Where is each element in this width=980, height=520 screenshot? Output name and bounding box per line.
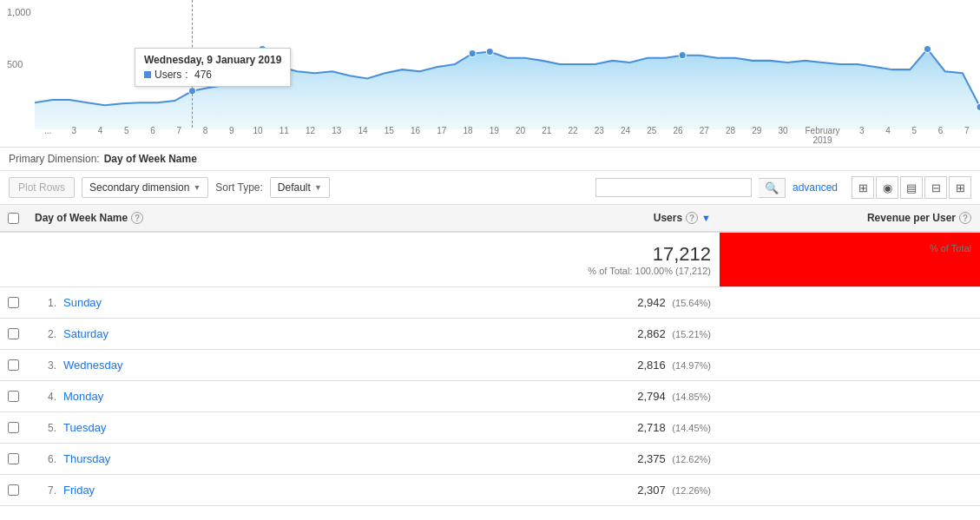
x-label: 17	[429, 126, 455, 145]
row-name-link[interactable]: Tuesday	[56, 421, 106, 434]
row-users-pct: (14.85%)	[672, 392, 711, 402]
row-users-value: 2,862	[637, 327, 666, 340]
row-checkbox[interactable]	[8, 297, 19, 308]
row-users-value: 2,794	[637, 390, 666, 403]
row-users-col: 2,816 (14.97%)	[451, 350, 720, 380]
x-label: 26	[665, 126, 691, 145]
pivot-view-button[interactable]: ⊟	[924, 176, 947, 199]
search-button[interactable]: 🔍	[759, 178, 786, 198]
advanced-link[interactable]: advanced	[793, 181, 838, 194]
primary-dimension-value: Day of Week Name	[104, 153, 197, 165]
col-name-label: Day of Week Name	[35, 212, 128, 224]
row-name-link[interactable]: Friday	[56, 484, 95, 497]
x-label: 19	[481, 126, 507, 145]
row-users-pct: (14.97%)	[672, 360, 711, 371]
table-section: Day of Week Name ? Users ? ▼ Revenue per…	[0, 205, 980, 506]
x-label: 24	[613, 126, 639, 145]
pie-view-button[interactable]: ◉	[876, 176, 898, 199]
grid-view-button[interactable]: ⊞	[852, 176, 874, 199]
row-name-link[interactable]: Wednesday	[56, 359, 122, 372]
row-name-col: 7. Friday	[26, 475, 451, 505]
table-row: 2. Saturday 2,862 (15.21%)	[0, 319, 980, 350]
row-users-value: 2,307	[637, 484, 666, 497]
x-label: 27	[691, 126, 717, 145]
col-users-label: Users	[654, 212, 682, 224]
row-checkbox[interactable]	[8, 453, 19, 464]
row-number: 2.	[35, 328, 56, 340]
row-checkbox-col	[0, 319, 26, 348]
row-name-col: 4. Monday	[26, 381, 451, 411]
view-icons: ⊞ ◉ ▤ ⊟ ⊞	[852, 176, 971, 199]
svg-point-3	[469, 50, 476, 57]
search-input[interactable]	[595, 178, 752, 197]
x-label: 5	[114, 126, 140, 145]
primary-dimension-label: Primary Dimension:	[9, 153, 100, 165]
x-label: 20	[508, 126, 534, 145]
row-number: 6.	[35, 453, 56, 465]
x-label: 12	[298, 126, 324, 145]
row-name-link[interactable]: Sunday	[56, 296, 102, 309]
col-revenue-label: Revenue per User	[867, 212, 956, 224]
name-info-icon[interactable]: ?	[131, 212, 143, 224]
row-checkbox[interactable]	[8, 391, 19, 402]
chevron-down-icon: ▼	[193, 183, 201, 192]
users-info-icon[interactable]: ?	[686, 212, 698, 224]
sort-type-dropdown[interactable]: Default ▼	[270, 177, 330, 198]
secondary-dimension-dropdown[interactable]: Secondary dimension ▼	[82, 177, 208, 198]
row-checkbox-col	[0, 413, 26, 442]
row-checkbox-col	[0, 351, 26, 379]
x-label: 16	[403, 126, 429, 145]
header-checkbox-col	[0, 206, 26, 231]
row-name-col: 6. Thursday	[26, 444, 451, 474]
bar-view-button[interactable]: ▤	[900, 176, 923, 199]
x-label: 22	[560, 126, 586, 145]
table-row: 3. Wednesday 2,816 (14.97%)	[0, 350, 980, 381]
row-users-col: 2,375 (12.62%)	[451, 444, 720, 474]
chart-x-labels: ... 3 4 5 6 7 8 9 10 11 12 13 14 15 16 1…	[35, 126, 980, 145]
secondary-dimension-label: Secondary dimension	[89, 181, 189, 194]
row-users-value: 2,718	[637, 421, 666, 434]
table-row: 7. Friday 2,307 (12.26%)	[0, 475, 980, 506]
row-users-pct: (12.26%)	[672, 485, 711, 496]
revenue-info-icon[interactable]: ?	[959, 212, 971, 224]
table-header: Day of Week Name ? Users ? ▼ Revenue per…	[0, 205, 980, 233]
sort-arrow-icon: ▼	[701, 213, 711, 223]
row-name-link[interactable]: Monday	[56, 390, 103, 403]
chart-tooltip: Wednesday, 9 January 2019 Users: 476	[135, 48, 291, 87]
row-users-col: 2,307 (12.26%)	[451, 475, 720, 505]
plot-rows-button[interactable]: Plot Rows	[9, 177, 75, 198]
row-checkbox[interactable]	[8, 422, 19, 433]
row-name-link[interactable]: Thursday	[56, 452, 110, 465]
row-number: 1.	[35, 297, 56, 309]
row-name-link[interactable]: Saturday	[56, 327, 109, 340]
table-row: 1. Sunday 2,942 (15.64%)	[0, 287, 980, 319]
totals-users-value: 17,212	[459, 243, 711, 266]
row-users-pct: (12.62%)	[672, 454, 711, 464]
x-label: 15	[376, 126, 402, 145]
y-label-500: 500	[7, 59, 23, 69]
x-label: 6	[928, 126, 954, 145]
row-checkbox[interactable]	[8, 484, 19, 496]
row-number: 5.	[35, 422, 56, 434]
row-name-col: 1. Sunday	[26, 287, 451, 318]
select-all-checkbox[interactable]	[8, 213, 19, 224]
row-checkbox[interactable]	[8, 359, 19, 371]
x-label: 29	[744, 126, 770, 145]
y-label-1000: 1,000	[7, 7, 31, 17]
tooltip-dot	[144, 71, 151, 78]
custom-view-button[interactable]: ⊞	[949, 176, 971, 199]
totals-revenue-col: % of Total	[720, 233, 980, 286]
row-users-col: 2,942 (15.64%)	[451, 287, 720, 318]
tooltip-title: Wednesday, 9 January 2019	[144, 54, 281, 66]
row-checkbox[interactable]	[8, 328, 19, 339]
x-label: 13	[324, 126, 350, 145]
row-checkbox-col	[0, 444, 26, 473]
row-number: 3.	[35, 359, 56, 372]
x-label: 28	[718, 126, 744, 145]
row-users-value: 2,375	[637, 452, 666, 465]
col-header-revenue: Revenue per User ?	[720, 205, 980, 231]
x-label: 6	[140, 126, 166, 145]
x-label: 4	[875, 126, 901, 145]
row-users-value: 2,816	[637, 359, 666, 372]
row-users-pct: (14.45%)	[672, 423, 711, 433]
